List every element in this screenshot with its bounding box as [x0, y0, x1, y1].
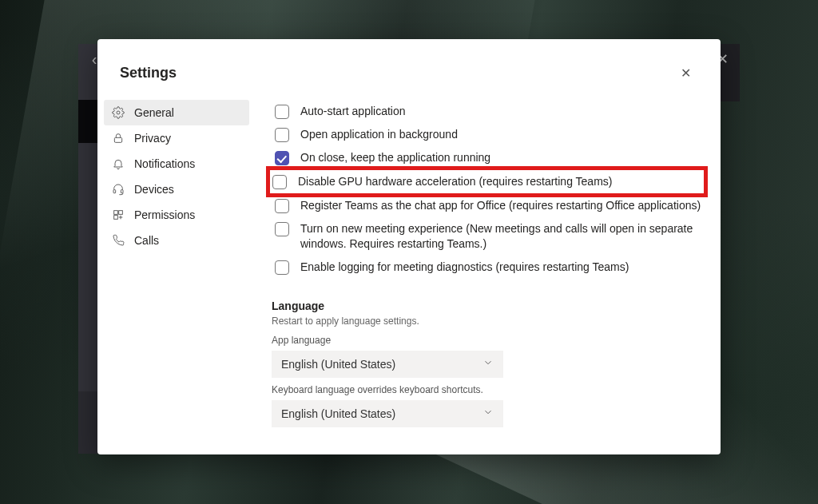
app-language-select[interactable]: English (United States) — [272, 351, 503, 378]
checkbox[interactable] — [275, 260, 289, 275]
svg-rect-3 — [121, 190, 123, 193]
sidebar-item-label: Permissions — [134, 208, 195, 221]
svg-rect-1 — [114, 137, 121, 142]
sidebar-item-label: Calls — [134, 234, 159, 247]
settings-sidebar: General Privacy Notifications Devices — [97, 93, 256, 454]
option-label: Disable GPU hardware acceleration (requi… — [298, 174, 612, 189]
option-register-chat[interactable]: Register Teams as the chat app for Offic… — [272, 194, 705, 217]
keyboard-language-select[interactable]: English (United States) — [272, 400, 503, 427]
lock-icon — [112, 132, 125, 145]
option-open-background[interactable]: Open application in background — [272, 123, 705, 146]
close-icon: ✕ — [681, 65, 691, 81]
option-label: On close, keep the application running — [300, 150, 490, 165]
select-value: English (United States) — [281, 358, 395, 371]
option-label: Register Teams as the chat app for Offic… — [300, 198, 701, 213]
option-autostart[interactable]: Auto-start application — [272, 100, 705, 123]
checkbox[interactable] — [275, 222, 289, 236]
select-value: English (United States) — [281, 407, 395, 420]
option-disable-gpu[interactable]: Disable GPU hardware acceleration (requi… — [269, 169, 705, 194]
option-new-meeting[interactable]: Turn on new meeting experience (New meet… — [272, 217, 705, 256]
settings-content: Auto-start application Open application … — [256, 93, 721, 454]
keyboard-language-label: Keyboard language overrides keyboard sho… — [272, 384, 705, 395]
modal-header: Settings ✕ — [97, 39, 721, 93]
option-label: Open application in background — [300, 127, 458, 142]
sidebar-item-permissions[interactable]: Permissions — [104, 202, 249, 228]
sidebar-item-general[interactable]: General — [104, 100, 249, 125]
checkbox[interactable] — [275, 199, 289, 213]
sidebar-item-notifications[interactable]: Notifications — [104, 151, 249, 177]
sidebar-item-calls[interactable]: Calls — [104, 228, 249, 253]
svg-rect-4 — [114, 211, 118, 215]
chevron-down-icon — [482, 407, 494, 420]
gear-icon — [112, 106, 125, 119]
sidebar-item-label: Notifications — [134, 157, 195, 170]
sidebar-item-privacy[interactable]: Privacy — [104, 125, 249, 151]
option-label: Auto-start application — [300, 104, 406, 119]
option-label: Enable logging for meeting diagnostics (… — [300, 260, 629, 275]
svg-rect-5 — [119, 211, 123, 215]
app-language-label: App language — [272, 335, 705, 346]
svg-rect-6 — [114, 216, 118, 220]
checkbox[interactable] — [275, 128, 289, 142]
option-label: Turn on new meeting experience (New meet… — [300, 221, 705, 252]
option-keep-running[interactable]: On close, keep the application running — [272, 146, 705, 169]
sidebar-item-label: General — [134, 106, 174, 119]
checkbox-checked[interactable] — [275, 151, 289, 165]
phone-icon — [112, 234, 125, 247]
chevron-down-icon — [482, 357, 494, 371]
settings-modal: Settings ✕ General Privacy — [97, 39, 721, 454]
svg-rect-2 — [113, 190, 116, 193]
sidebar-item-devices[interactable]: Devices — [104, 177, 249, 202]
svg-point-0 — [117, 111, 120, 114]
checkbox[interactable] — [272, 175, 287, 189]
modal-title: Settings — [120, 65, 673, 81]
close-button[interactable]: ✕ — [673, 60, 698, 85]
option-logging[interactable]: Enable logging for meeting diagnostics (… — [272, 256, 705, 279]
sidebar-item-label: Devices — [134, 183, 174, 196]
app-icon — [112, 208, 125, 221]
checkbox[interactable] — [275, 105, 289, 119]
sidebar-item-label: Privacy — [134, 132, 171, 145]
language-heading: Language — [272, 300, 705, 312]
headset-icon — [112, 183, 125, 196]
language-subtext: Restart to apply language settings. — [272, 315, 705, 327]
bell-icon — [112, 157, 125, 170]
